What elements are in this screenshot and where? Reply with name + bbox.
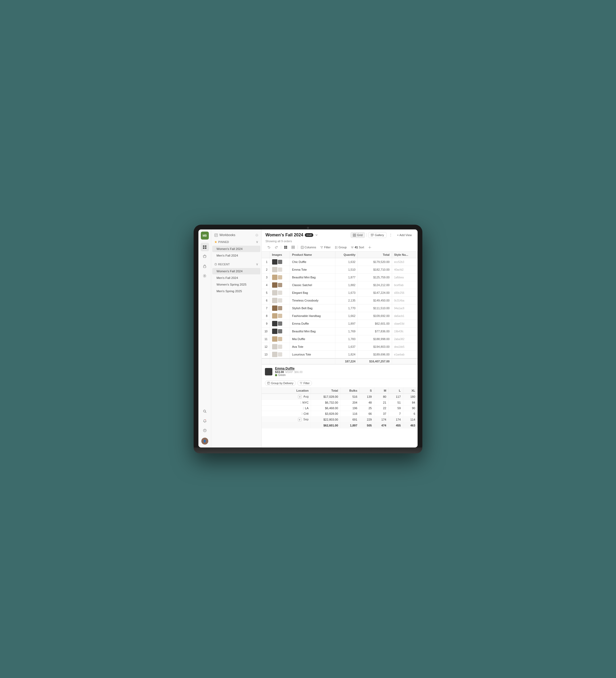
- sub-col-location[interactable]: Location: [262, 388, 311, 394]
- adjust-btn[interactable]: [366, 245, 373, 250]
- table-row[interactable]: 7 Stylish Belt Bag 1,770 $111,510.00 94a…: [262, 304, 418, 312]
- undo-btn[interactable]: [265, 245, 273, 250]
- sub-row-bulks: 196: [340, 406, 360, 411]
- pinned-collapse-icon[interactable]: ∨: [256, 240, 258, 244]
- col-style-num[interactable]: Style Nu...: [392, 252, 417, 258]
- sub-col-total[interactable]: Total: [311, 388, 340, 394]
- svg-rect-16: [355, 235, 356, 236]
- gallery-view-btn[interactable]: Gallery: [368, 232, 387, 238]
- table-row[interactable]: 5 Elegant Bag 1,673 $147,224.00 d30c256: [262, 289, 418, 297]
- svg-point-7: [205, 420, 206, 420]
- row-number: 3: [262, 274, 270, 281]
- nav-shop-icon[interactable]: [201, 252, 209, 261]
- svg-rect-4: [204, 266, 206, 268]
- sub-row-location: 1 NYC: [262, 400, 311, 406]
- table-row[interactable]: 11 Mia Duffle 1,783 $188,998.00 2aba382: [262, 335, 418, 343]
- table-row[interactable]: 12 Ava Tote 1,637 $194,803.00 dea1bb5: [262, 343, 418, 351]
- grid-layout-btn[interactable]: [282, 245, 289, 250]
- sub-col-s[interactable]: S: [360, 388, 374, 394]
- camera: [307, 227, 309, 229]
- sub-col-bulks[interactable]: Bulks: [340, 388, 360, 394]
- col-total[interactable]: Total: [358, 252, 392, 258]
- sub-table-row[interactable]: 3 CHI $3,828.00 116 66 37 7 6: [262, 411, 418, 417]
- workbooks-header[interactable]: Workbooks: [211, 232, 261, 238]
- group-by-delivery-label: Group by Delivery: [271, 381, 293, 385]
- row-product-name: Luxurious Tote: [290, 351, 335, 359]
- sub-filter-btn[interactable]: Filter: [297, 380, 312, 386]
- title-dropdown-icon[interactable]: [315, 233, 318, 237]
- sidebar-item-mens-spring-2025[interactable]: Men's Spring 2025: [212, 288, 260, 294]
- recent-section: RECENT ∨: [211, 261, 261, 268]
- collapse-btn[interactable]: ∨: [298, 418, 302, 421]
- row-number: 4: [262, 281, 270, 289]
- row-style-num: e1aebab: [392, 351, 417, 359]
- grid-view-btn[interactable]: Grid: [351, 232, 365, 238]
- more-options-icon[interactable]: ⋮: [388, 233, 393, 237]
- sub-col-xl[interactable]: XL: [403, 388, 417, 394]
- sidebar-item-mens-fall-2024-pinned[interactable]: Men's Fall 2024: [212, 252, 260, 259]
- sidebar-item-womens-fall-2024-pinned[interactable]: Women's Fall 2024: [212, 246, 260, 252]
- recent-collapse-icon[interactable]: ∨: [256, 262, 258, 266]
- product-color: Green: [278, 374, 286, 376]
- nav-settings-icon[interactable]: [201, 271, 209, 280]
- row-style-num: dea1bb5: [392, 343, 417, 351]
- col-quantity[interactable]: Quantity: [335, 252, 358, 258]
- sub-row-total: $6,468.00: [311, 406, 340, 411]
- table-row[interactable]: 8 Fashionable Handbag 1,662 $109,692.00 …: [262, 312, 418, 320]
- user-profile-avatar[interactable]: 👤: [201, 437, 209, 445]
- user-avatar[interactable]: MB: [201, 232, 209, 239]
- group-btn[interactable]: Group: [333, 245, 349, 250]
- table-container: Images Product Name Quantity Total Style…: [262, 252, 418, 448]
- list-layout-btn[interactable]: [290, 245, 297, 250]
- collapse-btn[interactable]: ∨: [298, 395, 302, 399]
- table-row[interactable]: 2 Emma Tote 1,510 $182,710.00 40acfd2: [262, 266, 418, 274]
- redo-btn[interactable]: [273, 245, 280, 250]
- toolbar: Columns Filter: [265, 244, 414, 251]
- row-style-num: 40acfd2: [392, 266, 417, 274]
- product-name[interactable]: Emma Duffle: [275, 367, 302, 370]
- col-images[interactable]: Images: [270, 252, 290, 258]
- filter-btn[interactable]: Filter: [318, 245, 332, 250]
- nav-lock-icon[interactable]: [201, 262, 209, 270]
- group-by-delivery-btn[interactable]: Group by Delivery: [265, 380, 296, 386]
- row-total: $182,710.00: [358, 266, 392, 274]
- sub-row-location: 3 CHI: [262, 411, 311, 417]
- table-row[interactable]: 4 Classic Satchel 1,882 $124,212.00 bcef…: [262, 281, 418, 289]
- nav-notification-icon[interactable]: [201, 417, 209, 425]
- row-quantity: 1,882: [335, 281, 358, 289]
- row-product-name: Mia Duffle: [290, 335, 335, 343]
- grid-label: Grid: [357, 233, 363, 237]
- sub-table-row[interactable]: 1 NYC $6,732.00 204 48 21 51 84: [262, 400, 418, 406]
- row-style-num: ecc52b3: [392, 258, 417, 266]
- row-style-num: bcef0ab: [392, 281, 417, 289]
- pinned-section: ★ PINNED ∨: [211, 238, 261, 246]
- nav-help-icon[interactable]: [201, 426, 209, 435]
- sub-col-l[interactable]: L: [389, 388, 403, 394]
- sub-group-row[interactable]: ∨ Aug $17,028.00 516 139 80 117 180: [262, 394, 418, 400]
- table-row[interactable]: 13 Luxurious Tote 1,824 $189,696.00 e1ae…: [262, 351, 418, 359]
- table-row[interactable]: 9 Emma Duffle 1,897 $62,601.00 cbae03d: [262, 320, 418, 328]
- row-total: $194,803.00: [358, 343, 392, 351]
- sidebar-item-mens-fall-2024-recent[interactable]: Men's Fall 2024: [212, 275, 260, 281]
- row-quantity: 1,770: [335, 304, 358, 312]
- table-row[interactable]: 3 Beautiful Mini Bag 1,877 $125,759.00 1…: [262, 274, 418, 281]
- col-product-name[interactable]: Product Name: [290, 252, 335, 258]
- row-quantity: 1,783: [335, 335, 358, 343]
- nav-search-icon[interactable]: [201, 407, 209, 416]
- table-row[interactable]: 1 Chic Duffle 1,632 $179,520.00 ecc52b3: [262, 258, 418, 266]
- sort-label: Sort: [359, 246, 364, 249]
- sub-table-row[interactable]: 2 LA $6,468.00 196 25 22 59 90: [262, 406, 418, 411]
- table-row[interactable]: 10 Beautiful Mini Bag 1,769 $77,836.00 1…: [262, 328, 418, 335]
- sidebar-item-womens-spring-2025[interactable]: Women's Spring 2025: [212, 281, 260, 288]
- table-row[interactable]: 6 Timeless Crossbody 2,135 $149,450.00 0…: [262, 297, 418, 304]
- add-view-btn[interactable]: + Add View: [395, 232, 414, 238]
- nav-grid-icon[interactable]: [201, 243, 209, 251]
- row-product-name: Classic Satchel: [290, 281, 335, 289]
- sort-btn[interactable]: 41 Sort: [349, 245, 366, 250]
- sidebar-item-womens-fall-2024-recent[interactable]: Women's Fall 2024: [212, 268, 260, 274]
- group-label: ∨ Sep: [262, 417, 311, 423]
- sub-group-row[interactable]: ∨ Sep $22,803.00 691 229 174 174 114: [262, 417, 418, 423]
- svg-rect-2: [203, 247, 205, 249]
- sub-col-m[interactable]: M: [374, 388, 388, 394]
- columns-btn[interactable]: Columns: [299, 245, 318, 250]
